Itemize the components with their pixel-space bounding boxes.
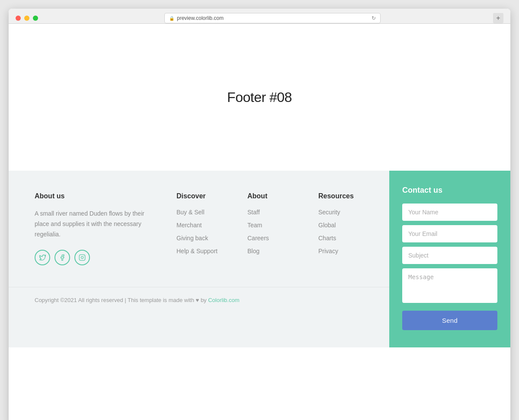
contact-panel: Contact us Send <box>389 171 510 347</box>
discover-link-0[interactable]: Buy & Sell <box>176 209 221 216</box>
maximize-button[interactable] <box>33 16 38 21</box>
resources-link-3[interactable]: Privacy <box>318 248 363 255</box>
about-title: About us <box>35 192 159 200</box>
lock-icon: 🔒 <box>169 16 174 21</box>
about-col-title: About <box>247 192 292 200</box>
resources-link-0[interactable]: Security <box>318 209 363 216</box>
browser-window: 🔒 preview.colorlib.com ↻ + Footer #08 Ab… <box>9 9 510 420</box>
contact-subject-input[interactable] <box>402 247 497 264</box>
page-content-area: Footer #08 <box>9 24 510 171</box>
about-column: About Staff Team Careers Blog <box>247 192 292 265</box>
facebook-icon[interactable] <box>54 250 70 265</box>
discover-column: Discover Buy & Sell Merchant Giving back… <box>176 192 221 265</box>
resources-link-2[interactable]: Charts <box>318 235 363 242</box>
address-bar[interactable]: 🔒 preview.colorlib.com ↻ <box>164 13 381 23</box>
resources-title: Resources <box>318 192 363 200</box>
discover-link-1[interactable]: Merchant <box>176 222 221 229</box>
about-link-3[interactable]: Blog <box>247 248 292 255</box>
contact-title: Contact us <box>402 186 497 195</box>
twitter-icon[interactable] <box>35 250 50 265</box>
about-link-2[interactable]: Careers <box>247 235 292 242</box>
contact-email-input[interactable] <box>402 225 497 242</box>
new-tab-button[interactable]: + <box>493 13 503 23</box>
copyright-text: Copyright ©2021 All rights reserved | Th… <box>35 297 239 303</box>
discover-link-3[interactable]: Help & Support <box>176 248 221 255</box>
footer-container: About us A small river named Duden flows… <box>9 171 510 347</box>
footer-main: About us A small river named Duden flows… <box>9 171 389 287</box>
page-title: Footer #08 <box>227 89 292 105</box>
svg-rect-0 <box>79 255 85 261</box>
copyright-base: Copyright ©2021 All rights reserved | Th… <box>35 297 208 303</box>
instagram-icon[interactable] <box>74 250 90 265</box>
close-button[interactable] <box>16 16 21 21</box>
send-button[interactable]: Send <box>402 311 497 330</box>
discover-title: Discover <box>176 192 221 200</box>
discover-link-2[interactable]: Giving back <box>176 235 221 242</box>
footer-section: About us A small river named Duden flows… <box>9 171 510 347</box>
footer-bottom: Copyright ©2021 All rights reserved | Th… <box>9 287 389 312</box>
minimize-button[interactable] <box>24 16 29 21</box>
social-icons <box>35 250 159 265</box>
footer-left: About us A small river named Duden flows… <box>9 171 389 347</box>
copyright-link[interactable]: Colorlib.com <box>208 297 239 303</box>
reload-icon[interactable]: ↻ <box>372 15 376 21</box>
contact-name-input[interactable] <box>402 204 497 221</box>
url-text: preview.colorlib.com <box>177 15 224 21</box>
resources-column: Resources Security Global Charts Privacy <box>318 192 363 265</box>
about-link-0[interactable]: Staff <box>247 209 292 216</box>
below-footer <box>9 347 510 420</box>
about-description: A small river named Duden flows by their… <box>35 209 159 239</box>
contact-message-input[interactable] <box>402 268 497 303</box>
footer-about-column: About us A small river named Duden flows… <box>35 192 159 265</box>
about-link-1[interactable]: Team <box>247 222 292 229</box>
footer-nav-columns: Discover Buy & Sell Merchant Giving back… <box>176 192 363 265</box>
resources-link-1[interactable]: Global <box>318 222 363 229</box>
browser-chrome: 🔒 preview.colorlib.com ↻ + <box>9 9 510 24</box>
